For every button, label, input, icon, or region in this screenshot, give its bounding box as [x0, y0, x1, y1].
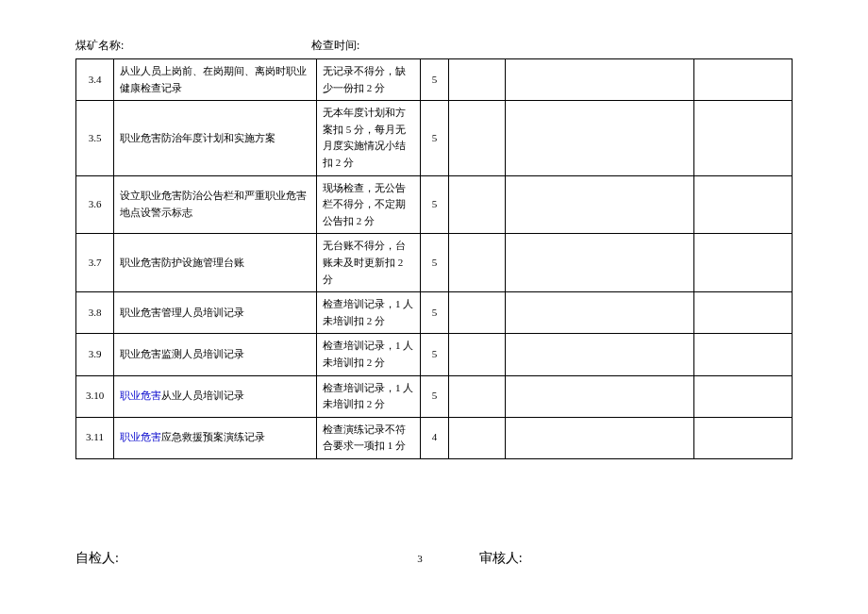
row-empty-2: [506, 292, 694, 334]
row-score: 5: [421, 292, 449, 334]
link-text: 职业危害: [120, 431, 161, 442]
table-row: 3.7职业危害防护设施管理台账无台账不得分，台账未及时更新扣 2 分5: [76, 234, 793, 292]
row-number: 3.9: [76, 334, 114, 375]
row-score: 5: [421, 59, 449, 101]
row-empty-3: [694, 101, 793, 175]
header-row: 煤矿名称: 检查时间:: [75, 38, 793, 54]
row-empty-2: [506, 334, 694, 375]
row-number: 3.8: [76, 292, 114, 334]
row-score: 5: [421, 101, 449, 175]
row-empty-1: [449, 59, 506, 101]
row-empty-1: [449, 375, 506, 417]
row-empty-3: [694, 334, 793, 375]
row-criteria: 现场检查，无公告栏不得分，不定期公告扣 2 分: [317, 175, 421, 234]
row-empty-2: [506, 175, 694, 234]
row-empty-3: [694, 59, 793, 101]
row-number: 3.6: [76, 175, 114, 234]
row-number: 3.7: [76, 234, 114, 292]
row-description: 从业人员上岗前、在岗期间、离岗时职业健康检查记录: [114, 59, 317, 101]
inspector-label: 自检人:: [75, 550, 389, 567]
row-empty-1: [449, 101, 506, 175]
reviewer-label: 审核人:: [423, 550, 793, 567]
row-number: 3.5: [76, 101, 114, 175]
row-empty-3: [694, 292, 793, 334]
footer-row: 自检人: 3 审核人:: [75, 550, 793, 567]
desc-text: 从业人员培训记录: [161, 390, 244, 401]
row-empty-1: [449, 292, 506, 334]
row-empty-2: [506, 417, 694, 458]
row-description: 职业危害从业人员培训记录: [114, 375, 317, 417]
table-row: 3.6设立职业危害防治公告栏和严重职业危害地点设警示标志现场检查，无公告栏不得分…: [76, 175, 793, 234]
table-row: 3.8职业危害管理人员培训记录检查培训记录，1 人未培训扣 2 分5: [76, 292, 793, 334]
row-description: 职业危害监测人员培训记录: [114, 334, 317, 375]
table-row: 3.10职业危害从业人员培训记录检查培训记录，1 人未培训扣 2 分5: [76, 375, 793, 417]
row-description: 职业危害防治年度计划和实施方案: [114, 101, 317, 175]
mine-name-label: 煤矿名称:: [75, 38, 311, 54]
row-criteria: 无记录不得分，缺少一份扣 2 分: [317, 59, 421, 101]
desc-text: 应急救援预案演练记录: [161, 431, 265, 442]
row-empty-3: [694, 375, 793, 417]
link-text: 职业危害: [120, 390, 161, 401]
row-score: 5: [421, 375, 449, 417]
row-score: 5: [421, 234, 449, 292]
row-description: 设立职业危害防治公告栏和严重职业危害地点设警示标志: [114, 175, 317, 234]
row-empty-2: [506, 234, 694, 292]
row-empty-3: [694, 175, 793, 234]
table-row: 3.11职业危害应急救援预案演练记录检查演练记录不符合要求一项扣 1 分4: [76, 417, 793, 458]
row-description: 职业危害防护设施管理台账: [114, 234, 317, 292]
row-score: 5: [421, 334, 449, 375]
row-empty-3: [694, 234, 793, 292]
row-number: 3.10: [76, 375, 114, 417]
row-score: 4: [421, 417, 449, 458]
row-criteria: 检查培训记录，1 人未培训扣 2 分: [317, 334, 421, 375]
row-empty-2: [506, 375, 694, 417]
row-criteria: 无本年度计划和方案扣 5 分，每月无月度实施情况小结扣 2 分: [317, 101, 421, 175]
row-empty-2: [506, 59, 694, 101]
row-criteria: 无台账不得分，台账未及时更新扣 2 分: [317, 234, 421, 292]
row-number: 3.11: [76, 417, 114, 458]
row-criteria: 检查培训记录，1 人未培训扣 2 分: [317, 375, 421, 417]
row-empty-2: [506, 101, 694, 175]
row-criteria: 检查演练记录不符合要求一项扣 1 分: [317, 417, 421, 458]
table-row: 3.5职业危害防治年度计划和实施方案无本年度计划和方案扣 5 分，每月无月度实施…: [76, 101, 793, 175]
row-number: 3.4: [76, 59, 114, 101]
row-empty-1: [449, 234, 506, 292]
inspection-table: 3.4从业人员上岗前、在岗期间、离岗时职业健康检查记录无记录不得分，缺少一份扣 …: [75, 58, 793, 459]
row-score: 5: [421, 175, 449, 234]
row-criteria: 检查培训记录，1 人未培训扣 2 分: [317, 292, 421, 334]
row-description: 职业危害管理人员培训记录: [114, 292, 317, 334]
row-empty-1: [449, 417, 506, 458]
table-row: 3.4从业人员上岗前、在岗期间、离岗时职业健康检查记录无记录不得分，缺少一份扣 …: [76, 59, 793, 101]
table-row: 3.9职业危害监测人员培训记录检查培训记录，1 人未培训扣 2 分5: [76, 334, 793, 375]
row-description: 职业危害应急救援预案演练记录: [114, 417, 317, 458]
row-empty-1: [449, 175, 506, 234]
inspection-time-label: 检查时间:: [311, 38, 793, 54]
row-empty-3: [694, 417, 793, 458]
row-empty-1: [449, 334, 506, 375]
